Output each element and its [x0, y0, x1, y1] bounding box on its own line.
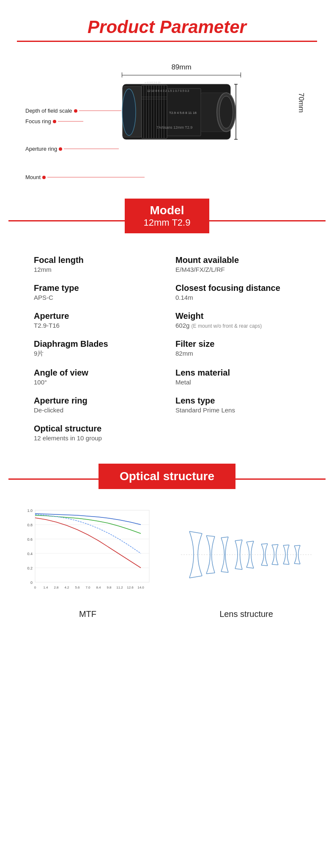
focus-ring-text: Focus ring — [25, 118, 51, 124]
spec-aperture-label: Aperture — [34, 311, 163, 321]
height-label: 70mm — [297, 93, 305, 113]
spec-angle-label: Angle of view — [34, 368, 163, 378]
svg-line-65 — [261, 544, 268, 544]
svg-text:∞ 0.3 0.2 0.15: ∞ 0.3 0.2 0.15 — [145, 81, 161, 84]
model-value: 12mm T2.9 — [142, 217, 192, 228]
svg-text:11.2: 11.2 — [116, 586, 123, 589]
spec-optical-value: 12 elements in 10 group — [34, 434, 304, 442]
mtf-chart-container: 1.0 0.8 0.6 0.4 0.2 0 0 1.4 2.8 4.2 5.6 … — [13, 506, 163, 619]
spec-aperture-value: T2.9-T16 — [34, 322, 163, 329]
optical-section-header: Optical structure — [0, 459, 334, 498]
spec-closest-focusing-label: Closest focusing distance — [175, 283, 304, 293]
svg-point-18 — [122, 89, 136, 135]
label-focus-ring: Focus ring — [25, 118, 83, 124]
depth-of-field-text: Depth of field scale — [25, 108, 72, 114]
lens-diagram-section: 89mm — [0, 46, 334, 194]
lens-diagram-container: 89mm — [17, 59, 317, 186]
svg-line-66 — [261, 565, 268, 566]
spec-frame-type: Frame type APS-C — [25, 278, 167, 306]
spec-focal-length-label: Focal length — [34, 255, 163, 265]
svg-text:2.8: 2.8 — [54, 586, 59, 589]
mount-dot — [42, 176, 46, 179]
spec-filter-value: 82mm — [175, 350, 304, 357]
mtf-chart-svg: 1.0 0.8 0.6 0.4 0.2 0 0 1.4 2.8 4.2 5.6 … — [18, 506, 158, 603]
svg-text:0: 0 — [34, 586, 36, 589]
spec-filter-label: Filter size — [175, 339, 304, 349]
svg-text:0: 0 — [30, 581, 32, 585]
specs-grid: Focal length 12mm Mount available E/M43/… — [25, 250, 309, 447]
spec-filter: Filter size 82mm — [167, 334, 309, 363]
svg-text:9.8: 9.8 — [107, 586, 112, 589]
model-section: Model 12mm T2.9 — [0, 194, 334, 246]
svg-text:14.0: 14.0 — [137, 586, 144, 589]
spec-lens-type-value: Standard Prime Lens — [175, 406, 304, 414]
spec-closest-focusing: Closest focusing distance 0.14m — [167, 278, 309, 306]
lens-structure-svg — [177, 506, 316, 603]
spec-lens-type: Lens type Standard Prime Lens — [167, 391, 309, 419]
label-aperture-ring: Aperture ring — [25, 146, 119, 152]
svg-text:8.4: 8.4 — [96, 586, 101, 589]
aperture-ring-text: Aperture ring — [25, 146, 57, 152]
spec-diaphragm-label: Diaphragm Blades — [34, 339, 163, 349]
svg-text:0.4: 0.4 — [27, 552, 33, 556]
spec-mount-available: Mount available E/M43/FX/Z/L/RF — [167, 250, 309, 278]
spec-focal-length: Focal length 12mm — [25, 250, 167, 278]
model-box: Model 12mm T2.9 — [125, 199, 209, 233]
aperture-dot — [59, 147, 62, 151]
svg-text:0.2: 0.2 — [27, 566, 33, 570]
dimension-height: 70mm — [297, 93, 305, 113]
svg-text:7.0: 7.0 — [85, 586, 90, 589]
svg-text:12  10  8  6  4  3  2  1.5  1 : 12 10 8 6 4 3 2 1.5 1 0.7 0.5 0.3 — [147, 89, 189, 92]
svg-point-17 — [219, 96, 233, 128]
title-section: Product Parameter — [0, 0, 334, 46]
focus-dot — [53, 120, 56, 123]
svg-text:1.0: 1.0 — [27, 509, 33, 513]
spec-optical-label: Optical structure — [34, 424, 304, 434]
spec-diaphragm: Diaphragm Blades 9片 — [25, 334, 167, 363]
spec-aperture-ring: Aperture ring De-clicked — [25, 391, 167, 419]
spec-frame-type-label: Frame type — [34, 283, 163, 293]
optical-box: Optical structure — [99, 464, 235, 489]
charts-section: 1.0 0.8 0.6 0.4 0.2 0 0 1.4 2.8 4.2 5.6 … — [0, 498, 334, 636]
spec-closest-focusing-value: 0.14m — [175, 294, 304, 301]
specs-section: Focal length 12mm Mount available E/M43/… — [0, 246, 334, 459]
svg-text:4.2: 4.2 — [64, 586, 69, 589]
svg-text:12.6: 12.6 — [127, 586, 134, 589]
svg-text:7Artisans 12mm T2.9: 7Artisans 12mm T2.9 — [156, 125, 192, 130]
spec-lens-material: Lens material Metal — [167, 363, 309, 391]
label-depth-of-field: Depth of field scale — [25, 108, 121, 114]
label-mount: Mount — [25, 174, 145, 180]
spec-weight-value: 602g (E mount w/o front & rear caps) — [175, 322, 304, 329]
spec-lens-material-label: Lens material — [175, 368, 304, 378]
spec-mount-available-label: Mount available — [175, 255, 304, 265]
spec-angle-of-view: Angle of view 100° — [25, 363, 167, 391]
spec-weight-label: Weight — [175, 311, 304, 321]
svg-text:5.6: 5.6 — [75, 586, 80, 589]
title-divider — [17, 41, 317, 42]
spec-angle-value: 100° — [34, 379, 163, 386]
lens-illustration: ∞ 0.3 0.2 0.15 T2.9 4 5.6 8 11 16 7Artis… — [118, 67, 241, 169]
svg-line-72 — [294, 564, 300, 564]
svg-line-68 — [272, 564, 278, 565]
spec-diaphragm-value: 9片 — [34, 350, 163, 358]
mtf-label: MTF — [13, 609, 163, 619]
model-label: Model — [142, 204, 192, 217]
mount-text: Mount — [25, 174, 41, 180]
page-title: Product Parameter — [8, 17, 326, 37]
spec-weight-note: (E mount w/o front & rear caps) — [192, 323, 262, 329]
svg-line-70 — [283, 564, 289, 564]
svg-line-69 — [283, 545, 289, 545]
spec-lens-type-label: Lens type — [175, 396, 304, 406]
spec-aperture-ring-label: Aperture ring — [34, 396, 163, 406]
spec-weight: Weight 602g (E mount w/o front & rear ca… — [167, 306, 309, 334]
svg-line-67 — [272, 545, 278, 545]
spec-frame-type-value: APS-C — [34, 294, 163, 301]
spec-aperture-ring-value: De-clicked — [34, 406, 163, 414]
lens-structure-label: Lens structure — [171, 609, 321, 619]
spec-mount-available-value: E/M43/FX/Z/L/RF — [175, 266, 304, 273]
spec-aperture: Aperture T2.9-T16 — [25, 306, 167, 334]
optical-title: Optical structure — [120, 470, 214, 483]
spec-lens-material-value: Metal — [175, 379, 304, 386]
svg-text:0.6: 0.6 — [27, 537, 33, 542]
depth-dot — [74, 109, 77, 113]
